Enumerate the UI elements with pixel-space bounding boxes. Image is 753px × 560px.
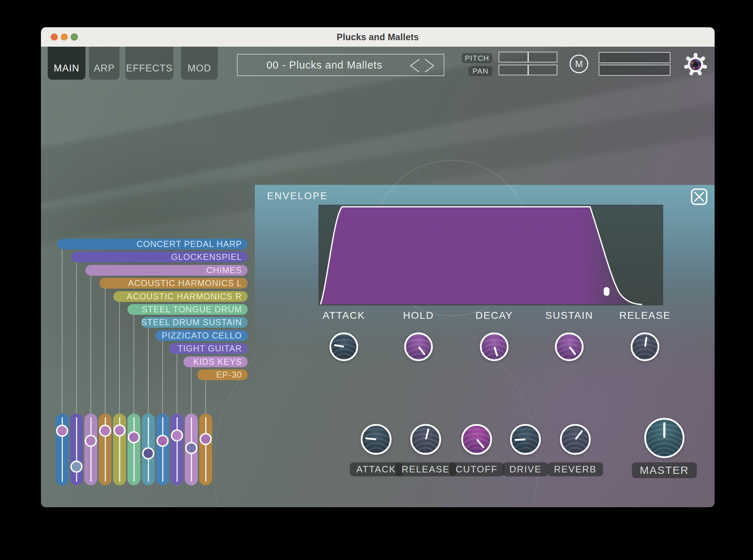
mono-button-label: M <box>575 59 583 70</box>
preset-prev-next-icons[interactable] <box>407 57 437 74</box>
instrument-label-acoustic-harmonics-l[interactable]: ACOUSTIC HARMONICS L <box>99 278 248 289</box>
envelope-release-knob[interactable] <box>631 332 659 361</box>
fader-connector-line <box>177 354 177 414</box>
volume-fader-steel-tongue-drum[interactable] <box>127 414 140 485</box>
fader-thumb[interactable] <box>70 461 83 473</box>
reverb-knob-label: REVERB <box>548 462 603 476</box>
volume-fader-tight-guitar[interactable] <box>170 414 183 485</box>
tab-main[interactable]: MAIN <box>48 47 85 80</box>
fader-thumb[interactable] <box>171 429 183 442</box>
fader-thumb[interactable] <box>99 425 111 437</box>
knob-pointer <box>334 344 344 348</box>
close-envelope-button[interactable] <box>691 188 707 205</box>
titlebar: Plucks and Mallets <box>41 27 715 47</box>
instrument-label-kids-keys[interactable]: KIDS KEYS <box>183 356 248 367</box>
fader-connector-line <box>162 341 163 414</box>
tab-arp[interactable]: ARP <box>89 47 120 80</box>
fader-connector-line <box>148 328 149 414</box>
knob-pointer <box>365 437 376 440</box>
fader-thumb[interactable] <box>142 447 154 459</box>
fader-thumb[interactable] <box>185 442 197 454</box>
tab-mod[interactable]: MOD <box>181 47 218 80</box>
tab-effects[interactable]: EFFECTS <box>125 47 173 80</box>
fader-thumb[interactable] <box>200 433 212 445</box>
minimize-window-button[interactable] <box>61 33 68 41</box>
reverb-knob[interactable] <box>560 424 591 455</box>
instrument-label-chimes[interactable]: CHIMES <box>85 265 248 276</box>
instrument-label-steel-drum-sustain[interactable]: STEEL DRUM SUSTAIN <box>141 317 248 328</box>
envelope-release-handle[interactable] <box>604 287 609 296</box>
instrument-label-tight-guitar[interactable]: TIGHT GUITAR <box>169 343 248 354</box>
knob-pointer <box>494 346 498 356</box>
instrument-label-acoustic-harmonics-r[interactable]: ACOUSTIC HARMONICS R <box>113 291 248 302</box>
envelope-graph[interactable] <box>318 205 663 305</box>
volume-fader-acoustic-harmonics-r[interactable] <box>113 414 126 485</box>
cutoff-knob[interactable] <box>461 424 492 455</box>
level-meter-bottom <box>599 65 670 76</box>
release-knob[interactable] <box>410 424 441 455</box>
close-window-button[interactable] <box>51 33 58 41</box>
envelope-release-label: RELEASE <box>619 310 670 321</box>
fader-thumb[interactable] <box>85 435 97 447</box>
close-x-icon <box>692 190 706 204</box>
fader-track-line <box>177 417 178 482</box>
level-meter-top <box>599 52 670 63</box>
mono-button[interactable]: M <box>570 55 588 73</box>
envelope-sustain-knob[interactable] <box>555 332 584 361</box>
envelope-sustain-label: SUSTAIN <box>545 310 593 321</box>
knob-pointer <box>476 439 485 448</box>
release-knob-label: RELEASE <box>395 462 456 476</box>
pitch-label: PITCH <box>462 53 492 63</box>
envelope-hold-knob[interactable] <box>404 332 433 361</box>
pitch-slider-handle[interactable] <box>528 52 529 62</box>
volume-fader-chimes[interactable] <box>84 414 97 485</box>
fader-connector-line <box>119 302 120 414</box>
fader-thumb[interactable] <box>113 424 126 437</box>
fader-connector-line <box>76 262 77 414</box>
pan-slider-handle[interactable] <box>528 65 529 75</box>
volume-fader-glockenspiel[interactable] <box>70 414 83 485</box>
volume-fader-steel-drum-sustain[interactable] <box>142 414 155 485</box>
envelope-hold-label: HOLD <box>403 310 434 321</box>
envelope-attack-knob[interactable] <box>329 332 358 361</box>
volume-fader-pizzicato-cello[interactable] <box>156 414 169 485</box>
chevron-right-icon <box>425 59 434 72</box>
instrument-label-steel-tongue-drum[interactable]: STEEL TONGUE DRUM <box>127 304 248 315</box>
fader-thumb[interactable] <box>156 435 169 447</box>
master-knob[interactable] <box>644 418 684 458</box>
plugin-content: MAINARPEFFECTSMOD 00 - Plucks and Mallet… <box>41 47 715 507</box>
attack-knob[interactable] <box>361 424 392 455</box>
envelope-panel-title: ENVELOPE <box>267 191 328 202</box>
volume-fader-kids-keys[interactable] <box>185 414 198 485</box>
zoom-window-button[interactable] <box>71 33 78 41</box>
fader-connector-line <box>191 367 192 414</box>
fader-track-line <box>205 417 206 482</box>
preset-selector[interactable]: 00 - Plucks and Mallets <box>237 54 444 76</box>
envelope-decay-label: DECAY <box>476 310 513 321</box>
instrument-label-pizzicato-cello[interactable]: PIZZICATO CELLO <box>155 330 248 341</box>
settings-gear-icon[interactable] <box>682 51 709 78</box>
knob-pointer <box>425 428 429 439</box>
pan-slider[interactable] <box>499 65 557 75</box>
volume-fader-acoustic-harmonics-l[interactable] <box>99 414 112 485</box>
drive-knob[interactable] <box>510 424 541 455</box>
envelope-fill <box>321 207 642 304</box>
master-knob-label: MASTER <box>632 462 697 478</box>
fader-connector-line <box>105 289 106 414</box>
fader-connector-line <box>205 380 206 414</box>
fader-thumb[interactable] <box>128 431 140 443</box>
fader-thumb[interactable] <box>56 425 68 437</box>
volume-fader-concert-pedal-harp[interactable] <box>56 414 69 485</box>
preset-name: 00 - Plucks and Mallets <box>267 59 415 71</box>
window-title: Plucks and Mallets <box>337 32 419 42</box>
volume-fader-ep-30[interactable] <box>199 414 212 485</box>
envelope-curve <box>318 205 663 305</box>
instrument-label-concert-pedal-harp[interactable]: CONCERT PEDAL HARP <box>57 239 248 249</box>
instrument-label-glockenspiel[interactable]: GLOCKENSPIEL <box>71 252 248 262</box>
envelope-attack-label: ATTACK <box>323 310 365 321</box>
instrument-label-ep-30[interactable]: EP-30 <box>197 369 248 380</box>
drive-knob-label: DRIVE <box>503 462 548 476</box>
envelope-decay-knob[interactable] <box>480 332 509 361</box>
pitch-slider[interactable] <box>499 52 557 62</box>
plugin-window: Plucks and Mallets MAINARPEFFECTSMOD 00 … <box>41 27 715 507</box>
